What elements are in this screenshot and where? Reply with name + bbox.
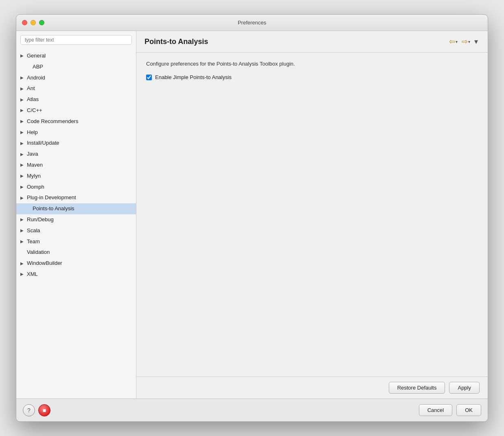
forward-icon: ⇨ bbox=[462, 37, 468, 46]
sidebar-item-plug-in-development[interactable]: ▶Plug-in Development bbox=[16, 192, 136, 203]
sidebar-item-install-update[interactable]: ▶Install/Update bbox=[16, 138, 136, 149]
stop-icon: ■ bbox=[43, 407, 46, 414]
checkbox-row: Enable Jimple Points-to Analysis bbox=[146, 74, 478, 80]
menu-button[interactable]: ▾ bbox=[473, 36, 480, 47]
tree-arrow-icon: ▶ bbox=[20, 216, 26, 223]
ok-button[interactable]: OK bbox=[456, 404, 481, 416]
sidebar-item-label: Points-to Analysis bbox=[33, 205, 133, 213]
sidebar-item-label: WindowBuilder bbox=[27, 259, 133, 268]
sidebar-item-label: Code Recommenders bbox=[27, 117, 133, 126]
back-icon: ⇦ bbox=[449, 37, 455, 46]
sidebar-item-xml[interactable]: ▶XML bbox=[16, 269, 136, 280]
bottom-bar-actions: Cancel OK bbox=[419, 404, 481, 416]
sidebar-item-label: Atlas bbox=[27, 95, 133, 104]
forward-button[interactable]: ⇨ ▾ bbox=[460, 36, 472, 47]
tree-arrow-icon: ▶ bbox=[20, 97, 26, 103]
tree-arrow-icon: ▶ bbox=[20, 75, 26, 81]
back-dropdown-icon: ▾ bbox=[456, 40, 458, 44]
sidebar-item-label: Plug-in Development bbox=[27, 194, 133, 202]
sidebar-item-label: Team bbox=[27, 238, 133, 246]
sidebar-item-label: Mylyn bbox=[27, 172, 133, 181]
tree-arrow-icon: ▶ bbox=[20, 53, 26, 59]
panel-header: Points-to Analysis ⇦ ▾ ⇨ ▾ ▾ bbox=[136, 31, 488, 53]
tree-arrow-icon: ▶ bbox=[20, 184, 26, 190]
sidebar-item-label: Help bbox=[27, 128, 133, 137]
sidebar-item-label: Scala bbox=[27, 227, 133, 235]
sidebar-item-code-recommenders[interactable]: ▶Code Recommenders bbox=[16, 116, 136, 127]
help-icon: ? bbox=[27, 407, 31, 414]
back-button[interactable]: ⇦ ▾ bbox=[447, 36, 459, 47]
tree-arrow-icon: ▶ bbox=[20, 260, 26, 267]
description-text: Configure preferences for the Points-to … bbox=[146, 61, 478, 67]
sidebar-item-label: Oomph bbox=[27, 183, 133, 192]
panel-title: Points-to Analysis bbox=[145, 37, 447, 46]
sidebar: ▶General ABP▶Android▶Ant▶Atlas▶C/C++▶Cod… bbox=[16, 31, 136, 399]
sidebar-item-atlas[interactable]: ▶Atlas bbox=[16, 94, 136, 105]
sidebar-item-label: Android bbox=[27, 74, 133, 82]
sidebar-item-label: XML bbox=[27, 270, 133, 279]
sidebar-item-validation[interactable]: Validation bbox=[16, 247, 136, 258]
checkbox-label[interactable]: Enable Jimple Points-to Analysis bbox=[155, 74, 232, 80]
tree-arrow-icon: ▶ bbox=[20, 86, 26, 92]
sidebar-item-help[interactable]: ▶Help bbox=[16, 127, 136, 138]
sidebar-item-oomph[interactable]: ▶Oomph bbox=[16, 182, 136, 193]
sidebar-item-java[interactable]: ▶Java bbox=[16, 149, 136, 160]
sidebar-item-ant[interactable]: ▶Ant bbox=[16, 83, 136, 94]
sidebar-item-label: Java bbox=[27, 150, 133, 159]
tree-arrow-icon: ▶ bbox=[20, 151, 26, 158]
tree-arrow-icon: ▶ bbox=[20, 238, 26, 245]
preferences-window: Preferences ▶General ABP▶Android▶Ant▶Atl… bbox=[16, 14, 488, 422]
sidebar-item-label: General bbox=[27, 52, 133, 60]
tree-arrow-icon: ▶ bbox=[20, 118, 26, 125]
restore-defaults-button[interactable]: Restore Defaults bbox=[389, 382, 445, 394]
close-button[interactable] bbox=[22, 20, 27, 25]
sidebar-item-team[interactable]: ▶Team bbox=[16, 236, 136, 247]
stop-button[interactable]: ■ bbox=[38, 404, 50, 416]
tree-arrow-icon: ▶ bbox=[20, 173, 26, 179]
sidebar-item-maven[interactable]: ▶Maven bbox=[16, 160, 136, 171]
sidebar-item-scala[interactable]: ▶Scala bbox=[16, 225, 136, 236]
maximize-button[interactable] bbox=[39, 20, 44, 25]
search-input[interactable] bbox=[20, 35, 132, 45]
window-title: Preferences bbox=[238, 20, 266, 26]
sidebar-item-label: Run/Debug bbox=[27, 216, 133, 224]
sidebar-item-label: C/C++ bbox=[27, 106, 133, 115]
menu-dropdown-icon: ▾ bbox=[474, 37, 478, 46]
sidebar-item-mylyn[interactable]: ▶Mylyn bbox=[16, 171, 136, 182]
sidebar-item-abp[interactable]: ABP bbox=[16, 62, 136, 73]
panel-footer: Restore Defaults Apply bbox=[136, 377, 488, 399]
nav-buttons: ⇦ ▾ ⇨ ▾ ▾ bbox=[447, 36, 480, 47]
sidebar-item-label: ABP bbox=[33, 63, 133, 71]
tree-arrow-icon: ▶ bbox=[20, 129, 26, 136]
sidebar-item-cpp[interactable]: ▶C/C++ bbox=[16, 105, 136, 116]
sidebar-item-run-debug[interactable]: ▶Run/Debug bbox=[16, 214, 136, 225]
sidebar-item-label: Validation bbox=[27, 248, 133, 257]
sidebar-item-label: Install/Update bbox=[27, 139, 133, 148]
sidebar-item-points-to-analysis[interactable]: Points-to Analysis bbox=[16, 203, 136, 214]
title-bar: Preferences bbox=[16, 15, 488, 31]
content-area: ▶General ABP▶Android▶Ant▶Atlas▶C/C++▶Cod… bbox=[16, 31, 488, 399]
enable-checkbox[interactable] bbox=[146, 75, 152, 80]
sidebar-item-window-builder[interactable]: ▶WindowBuilder bbox=[16, 258, 136, 269]
forward-dropdown-icon: ▾ bbox=[468, 40, 470, 44]
sidebar-item-android[interactable]: ▶Android bbox=[16, 73, 136, 84]
tree-arrow-icon: ▶ bbox=[20, 162, 26, 168]
tree-arrow-icon: ▶ bbox=[20, 107, 26, 114]
panel-body: Configure preferences for the Points-to … bbox=[136, 53, 488, 377]
main-panel: Points-to Analysis ⇦ ▾ ⇨ ▾ ▾ Confi bbox=[136, 31, 488, 399]
tree-arrow-icon: ▶ bbox=[20, 140, 26, 147]
tree-arrow-icon: ▶ bbox=[20, 195, 26, 201]
bottom-bar: ? ■ Cancel OK bbox=[16, 399, 488, 421]
sidebar-item-general[interactable]: ▶General bbox=[16, 51, 136, 62]
help-button[interactable]: ? bbox=[23, 404, 35, 416]
tree-container: ▶General ABP▶Android▶Ant▶Atlas▶C/C++▶Cod… bbox=[16, 49, 136, 399]
cancel-button[interactable]: Cancel bbox=[419, 404, 452, 416]
minimize-button[interactable] bbox=[31, 20, 36, 25]
window-controls bbox=[22, 20, 44, 25]
sidebar-item-label: Ant bbox=[27, 84, 133, 93]
sidebar-item-label: Maven bbox=[27, 161, 133, 170]
tree-arrow-icon: ▶ bbox=[20, 271, 26, 277]
apply-button[interactable]: Apply bbox=[449, 382, 480, 394]
tree-arrow-icon: ▶ bbox=[20, 227, 26, 234]
